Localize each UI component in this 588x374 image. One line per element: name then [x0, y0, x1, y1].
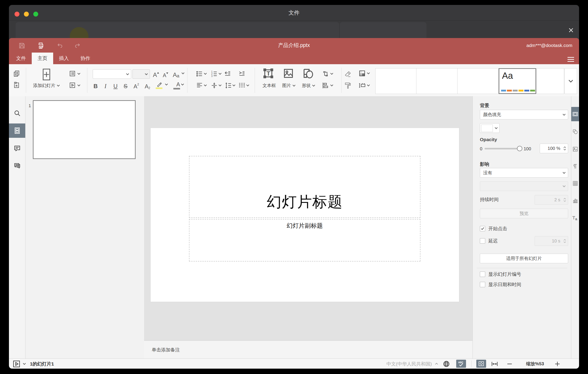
shape-button[interactable]: 形状 — [299, 83, 318, 88]
close-icon[interactable] — [567, 26, 576, 35]
numbered-list-icon[interactable]: 123 — [210, 70, 218, 78]
bold-button[interactable]: B — [92, 81, 99, 90]
tab-collaboration[interactable]: 协作 — [75, 53, 96, 64]
font-color-icon[interactable]: A — [171, 81, 180, 90]
align-shape-arrow-icon[interactable] — [330, 84, 333, 86]
chart-settings-icon[interactable] — [571, 194, 579, 208]
hamburger-menu-icon[interactable] — [567, 56, 574, 61]
slide-settings-icon[interactable] — [571, 107, 579, 121]
start-slideshow-button[interactable] — [12, 359, 21, 369]
theme-preview-cell[interactable] — [537, 68, 564, 94]
highlight-arrow-icon[interactable] — [165, 83, 168, 86]
add-slide-icon[interactable] — [41, 68, 52, 81]
theme-colors-icon[interactable] — [358, 70, 366, 77]
opacity-spinner[interactable]: 100 % — [540, 143, 568, 153]
show-date-time-checkbox[interactable]: 显示日期和时间 — [480, 281, 521, 288]
theme-preview-selected[interactable]: Aa — [499, 68, 536, 94]
bullet-list-arrow-icon[interactable] — [204, 73, 207, 75]
theme-preview-cell[interactable] — [458, 68, 499, 94]
slide-size-icon[interactable] — [358, 82, 366, 89]
tab-file[interactable]: 文件 — [10, 53, 32, 64]
background-fill-select[interactable]: 颜色填充 — [480, 110, 568, 120]
table-settings-icon[interactable] — [571, 176, 579, 191]
theme-gallery-expand-button[interactable] — [565, 68, 577, 94]
theme-preview-cell[interactable] — [375, 68, 416, 94]
slideshow-arrow-icon[interactable] — [23, 359, 26, 369]
image-settings-icon[interactable] — [571, 142, 579, 156]
apply-to-all-slides-button[interactable]: 适用于所有幻灯片 — [480, 254, 568, 263]
line-spacing-arrow-icon[interactable] — [232, 84, 235, 86]
decrease-font-icon[interactable]: A — [162, 70, 169, 78]
chat-icon[interactable] — [9, 159, 25, 173]
insert-columns-icon[interactable] — [238, 82, 246, 89]
font-size-select[interactable] — [133, 69, 150, 79]
shape-settings-icon[interactable] — [571, 125, 579, 139]
image-icon[interactable] — [282, 67, 294, 79]
numbered-list-arrow-icon[interactable] — [219, 73, 222, 75]
theme-preview-cell[interactable] — [416, 68, 458, 94]
slide-subtitle-placeholder[interactable]: 幻灯片副标题 — [189, 219, 420, 262]
fit-slide-icon[interactable] — [476, 360, 486, 368]
font-name-select[interactable] — [93, 69, 131, 79]
horizontal-align-arrow-icon[interactable] — [204, 84, 207, 86]
preview-slideshow-icon[interactable] — [69, 82, 80, 89]
increase-font-icon[interactable]: A — [152, 70, 160, 78]
underline-button[interactable]: U — [112, 81, 119, 90]
spellcheck-icon[interactable]: ABC — [456, 360, 466, 368]
copy-icon[interactable] — [13, 70, 20, 77]
italic-button[interactable]: I — [102, 81, 109, 90]
slide-canvas[interactable]: 幻灯片标题 幻灯片副标题 — [144, 96, 472, 341]
paragraph-settings-icon[interactable] — [571, 159, 579, 174]
add-slide-button[interactable]: 添加幻灯片 — [26, 83, 67, 88]
arrange-shape-icon[interactable] — [322, 70, 329, 78]
slide-size-arrow-icon[interactable] — [367, 84, 370, 86]
effect-select[interactable]: 没有 — [480, 168, 568, 178]
fit-width-icon[interactable] — [491, 359, 498, 369]
vertical-align-icon[interactable] — [210, 82, 218, 89]
zoom-level[interactable]: 缩放%53 — [521, 359, 550, 369]
change-layout-icon[interactable] — [69, 70, 80, 77]
zoom-in-button[interactable] — [554, 359, 561, 369]
subscript-button[interactable]: A2 — [143, 81, 152, 90]
bullet-list-icon[interactable] — [196, 70, 203, 78]
save-icon[interactable] — [17, 41, 27, 51]
redo-icon[interactable] — [73, 41, 83, 51]
search-icon[interactable] — [9, 106, 25, 120]
show-slide-number-checkbox[interactable]: 显示幻灯片编号 — [480, 271, 521, 277]
decrease-indent-icon[interactable] — [224, 70, 231, 78]
print-icon[interactable] — [36, 41, 46, 51]
start-on-click-checkbox[interactable]: 开始点击 — [480, 225, 507, 232]
font-color-arrow-icon[interactable] — [181, 83, 184, 86]
slides-panel-icon[interactable] — [9, 123, 25, 138]
slide-thumbnail[interactable] — [33, 100, 136, 159]
copy-style-icon[interactable] — [344, 82, 352, 89]
paste-icon[interactable] — [13, 82, 20, 89]
preview-button[interactable]: 预览 — [480, 209, 568, 218]
insert-columns-arrow-icon[interactable] — [246, 84, 249, 86]
arrange-shape-arrow-icon[interactable] — [330, 73, 333, 75]
opacity-slider-knob[interactable] — [517, 146, 522, 151]
zoom-out-button[interactable] — [506, 359, 513, 369]
change-case-icon[interactable]: Aa — [171, 70, 181, 78]
notes-area[interactable]: 单击添加备注 — [144, 341, 472, 359]
change-case-arrow-icon[interactable] — [181, 72, 185, 74]
image-button[interactable]: 图片 — [279, 83, 298, 88]
shape-icon[interactable] — [302, 67, 314, 79]
set-language-icon[interactable] — [443, 359, 450, 369]
opacity-slider-track[interactable] — [484, 148, 520, 149]
text-box-button[interactable]: 文本框 — [257, 83, 282, 88]
text-box-icon[interactable]: T — [262, 67, 274, 79]
clear-style-icon[interactable] — [344, 70, 352, 78]
vertical-align-arrow-icon[interactable] — [219, 84, 222, 86]
strikethrough-button[interactable]: S — [122, 81, 129, 90]
slide-title-placeholder[interactable]: 幻灯片标题 — [189, 156, 420, 218]
background-color-picker[interactable] — [480, 123, 500, 133]
align-shape-icon[interactable] — [322, 82, 329, 89]
language-selector[interactable]: 中文(中华人民共和国) — [387, 359, 438, 369]
delay-checkbox[interactable]: 延迟 — [480, 238, 498, 244]
horizontal-align-icon[interactable] — [196, 82, 203, 89]
superscript-button[interactable]: A2 — [132, 81, 141, 90]
tab-insert[interactable]: 插入 — [53, 53, 75, 64]
tab-home[interactable]: 主页 — [32, 53, 53, 64]
comments-icon[interactable] — [9, 141, 25, 156]
